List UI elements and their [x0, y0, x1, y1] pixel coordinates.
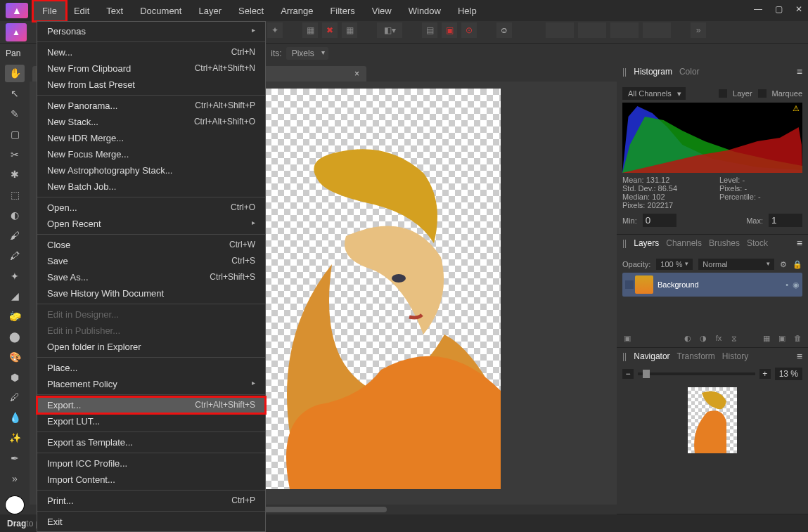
- marquee-tool[interactable]: ⬚: [5, 186, 25, 204]
- move-tool[interactable]: ↖: [5, 85, 25, 103]
- panel-menu-icon[interactable]: ≡: [797, 66, 802, 77]
- menu-view[interactable]: View: [364, 1, 400, 20]
- adjustment-icon[interactable]: ◐: [681, 332, 694, 344]
- tab-stock[interactable]: Stock: [747, 238, 768, 248]
- menu-export-lut[interactable]: Export LUT...: [37, 413, 265, 429]
- eraser-tool[interactable]: 🧽: [5, 308, 25, 325]
- menu-import-icc[interactable]: Import ICC Profile...: [37, 455, 265, 472]
- delete-icon[interactable]: 🗑: [791, 332, 804, 344]
- menu-save[interactable]: SaveCtrl+S: [37, 253, 265, 269]
- menu-place[interactable]: Place...: [37, 360, 265, 376]
- layer-visibility-checkbox[interactable]: [625, 280, 634, 289]
- hand-tool[interactable]: ✋: [5, 65, 25, 82]
- menu-new-stack[interactable]: New Stack...Ctrl+Alt+Shift+O: [37, 114, 265, 130]
- selection-brush-tool[interactable]: ✂: [5, 145, 25, 163]
- group-icon[interactable]: ▣: [776, 332, 788, 344]
- clone-tool[interactable]: ⬤: [5, 328, 25, 346]
- layer-thumbnail[interactable]: [635, 275, 653, 294]
- menu-window[interactable]: Window: [400, 1, 449, 20]
- menu-text[interactable]: Text: [98, 1, 132, 20]
- menu-new-batch[interactable]: New Batch Job...: [37, 179, 265, 195]
- flood-select-tool[interactable]: ✱: [5, 166, 25, 183]
- zoom-value[interactable]: 13 %: [775, 368, 802, 380]
- tab-color[interactable]: Color: [679, 67, 700, 77]
- menu-new[interactable]: New...Ctrl+N: [37, 44, 265, 60]
- snap-icon[interactable]: ⊙: [461, 22, 477, 38]
- menu-new-clipboard[interactable]: New From ClipboardCtrl+Alt+Shift+N: [37, 60, 265, 77]
- lighting-tool[interactable]: ✨: [5, 429, 25, 447]
- fx-icon[interactable]: ◑: [697, 332, 710, 344]
- menu-select[interactable]: Select: [230, 1, 272, 20]
- menu-new-astro[interactable]: New Astrophotography Stack...: [37, 162, 265, 179]
- pen-tool[interactable]: 🖊: [5, 389, 25, 406]
- tab-layers[interactable]: Layers: [634, 238, 659, 248]
- selection-none-icon[interactable]: ▦: [302, 22, 318, 38]
- toolbar-slot[interactable]: [578, 22, 606, 38]
- menu-export-template[interactable]: Export as Template...: [37, 434, 265, 450]
- menu-close[interactable]: CloseCtrl+W: [37, 237, 265, 253]
- fill-icon[interactable]: ◧▾: [377, 22, 402, 38]
- sparkle-tool[interactable]: ✦: [5, 267, 25, 285]
- toolbar-icon[interactable]: ✦: [267, 22, 283, 38]
- menu-open-folder[interactable]: Open folder in Explorer: [37, 339, 265, 355]
- layer-name[interactable]: Background: [658, 280, 699, 289]
- menu-arrange[interactable]: Arrange: [272, 1, 321, 20]
- mask-icon[interactable]: ▣: [621, 332, 634, 344]
- units-dropdown[interactable]: Pixels: [286, 47, 328, 60]
- selection-invert-icon[interactable]: ✖: [322, 22, 338, 38]
- selection-grow-icon[interactable]: ▦: [342, 22, 357, 38]
- zoom-out-button[interactable]: −: [622, 369, 634, 379]
- marquee-checkbox[interactable]: [758, 89, 767, 98]
- foreground-swatch[interactable]: [5, 495, 25, 514]
- tab-channels[interactable]: Channels: [666, 238, 702, 248]
- menu-document[interactable]: Document: [132, 1, 190, 20]
- layer-visible-icon[interactable]: ◉: [793, 280, 800, 290]
- zoom-slider[interactable]: [638, 372, 755, 375]
- pixel-tool[interactable]: 🖍: [5, 247, 25, 264]
- chat-icon[interactable]: ☺: [496, 22, 512, 38]
- tab-navigator[interactable]: Navigator: [634, 351, 669, 361]
- layer-lock-icon[interactable]: •: [785, 280, 788, 289]
- arrange-icon[interactable]: ▣: [442, 22, 457, 38]
- link-icon[interactable]: ▦: [760, 332, 773, 344]
- menu-new-hdr[interactable]: New HDR Merge...: [37, 130, 265, 146]
- menu-placement-policy[interactable]: Placement Policy: [37, 376, 265, 392]
- menu-file[interactable]: File: [34, 1, 65, 20]
- overflow-icon[interactable]: »: [691, 22, 706, 38]
- gear-icon[interactable]: ⚙: [780, 260, 787, 269]
- toolbar-slot[interactable]: [610, 22, 639, 38]
- menu-new-preset[interactable]: New from Last Preset: [37, 77, 265, 93]
- menu-help[interactable]: Help: [449, 1, 485, 20]
- tab-histogram[interactable]: Histogram: [634, 67, 672, 77]
- scrollbar-thumb[interactable]: [260, 507, 387, 512]
- menu-save-history[interactable]: Save History With Document: [37, 285, 265, 301]
- navigator-preview[interactable]: [688, 387, 737, 453]
- menu-filters[interactable]: Filters: [321, 1, 363, 20]
- panel-menu-icon[interactable]: ≡: [797, 351, 802, 362]
- photo-persona-icon[interactable]: ▲: [6, 23, 27, 41]
- close-icon[interactable]: ✕: [795, 4, 802, 14]
- fill-tool[interactable]: ◢: [5, 287, 25, 305]
- doc-tab-close-icon[interactable]: ×: [354, 69, 359, 79]
- blur-tool[interactable]: 💧: [5, 409, 25, 427]
- tab-brushes[interactable]: Brushes: [709, 238, 740, 248]
- paint-brush-tool[interactable]: 🖌: [5, 227, 25, 245]
- blend-mode-dropdown[interactable]: Normal: [698, 259, 774, 270]
- menu-import-content[interactable]: Import Content...: [37, 472, 265, 488]
- layer-checkbox[interactable]: [719, 89, 727, 98]
- menu-save-as[interactable]: Save As...Ctrl+Shift+S: [37, 269, 265, 285]
- menu-print[interactable]: Print...Ctrl+P: [37, 493, 265, 509]
- opacity-dropdown[interactable]: 100 %: [656, 259, 693, 270]
- menu-exit[interactable]: Exit: [37, 514, 265, 530]
- menu-export[interactable]: Export...Ctrl+Alt+Shift+S: [37, 397, 265, 413]
- layer-row[interactable]: Background • ◉: [622, 273, 802, 297]
- more-tools[interactable]: »: [5, 469, 25, 487]
- menu-edit[interactable]: Edit: [65, 1, 98, 20]
- smudge-tool[interactable]: 🎨: [5, 348, 25, 365]
- crop-tool[interactable]: ▢: [5, 125, 25, 143]
- gradient-tool[interactable]: ◐: [5, 207, 25, 224]
- toolbar-slot[interactable]: [643, 22, 671, 38]
- crop-mask-icon[interactable]: ⧖: [728, 332, 740, 344]
- color-picker-tool[interactable]: ✎: [5, 105, 25, 123]
- menu-open[interactable]: Open...Ctrl+O: [37, 200, 265, 216]
